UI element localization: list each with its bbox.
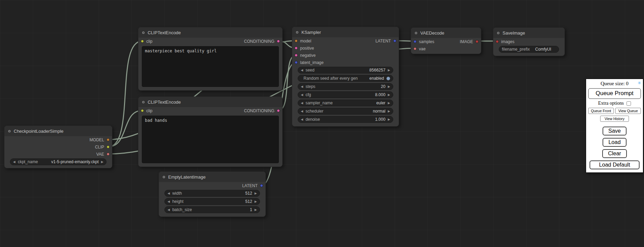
input-socket-negative[interactable] [295, 54, 298, 57]
widget-label: height [172, 199, 184, 204]
random-seed-toggle-widget[interactable]: Random seed after every gen enabled [298, 75, 393, 82]
widget-label: batch_size [172, 207, 192, 212]
widget-label: cfg [306, 92, 311, 97]
decrement-arrow-icon[interactable]: ◀ [301, 85, 303, 88]
node-clip-text-encode-negative[interactable]: CLIPTextEncode clip CONDITIONING bad han… [138, 96, 283, 167]
input-socket-latent-image[interactable] [295, 61, 298, 64]
decrement-arrow-icon[interactable]: ◀ [168, 200, 170, 203]
increment-arrow-icon[interactable]: ▶ [255, 192, 257, 195]
input-label-positive: positive [300, 46, 314, 51]
link-clip-to-positive-encode [108, 41, 142, 147]
queue-prompt-button[interactable]: Queue Prompt [588, 88, 641, 99]
collapse-dot-icon[interactable] [142, 31, 145, 34]
widget-value: v1-5-pruned-emaonly.ckpt [51, 159, 99, 164]
negative-prompt-textarea[interactable]: bad hands [142, 116, 279, 163]
widget-label: denoise [306, 117, 320, 122]
output-socket-clip[interactable] [107, 145, 110, 148]
node-empty-latent-image[interactable]: EmptyLatentImage LATENT ◀ width 512 ▶ ◀ … [159, 171, 266, 217]
widget-label: Random seed after every gen [304, 76, 358, 81]
node-title-bar[interactable]: EmptyLatentImage [159, 172, 265, 182]
ckpt-name-combo-widget[interactable]: ◀ ckpt_name v1-5-pruned-emaonly.ckpt ▶ [10, 158, 107, 165]
collapse-dot-icon[interactable] [163, 176, 165, 178]
denoise-widget[interactable]: ◀ denoise 1.000 ▶ [298, 116, 393, 123]
increment-arrow-icon[interactable]: ▶ [388, 110, 390, 113]
collapse-dot-icon[interactable] [296, 31, 298, 34]
node-title-bar[interactable]: SaveImage [493, 28, 565, 38]
input-label-images: images [501, 39, 515, 44]
clear-button[interactable]: Clear [602, 149, 627, 158]
view-queue-button[interactable]: View Queue [615, 108, 641, 114]
widget-value: 512 [245, 199, 252, 204]
node-title-bar[interactable]: KSampler [292, 27, 399, 37]
slot-row: model LATENT [292, 37, 399, 44]
node-title-bar[interactable]: CLIPTextEncode [138, 97, 282, 107]
input-socket-images[interactable] [496, 40, 499, 43]
load-default-button[interactable]: Load Default [590, 160, 640, 169]
output-socket-vae[interactable] [107, 153, 110, 156]
input-socket-clip[interactable] [141, 109, 144, 112]
input-socket-positive[interactable] [295, 47, 298, 50]
positive-prompt-textarea[interactable]: masterpiece best quality girl [142, 46, 279, 87]
input-socket-vae[interactable] [413, 47, 417, 50]
seed-widget[interactable]: ◀ seed 8566257 ▶ [298, 67, 393, 74]
filename-prefix-widget[interactable]: filename_prefix ComfyUI [499, 46, 559, 53]
output-socket-latent[interactable] [393, 39, 396, 42]
load-button[interactable]: Load [603, 138, 627, 147]
sampler-name-combo-widget[interactable]: ◀ sampler_name euler ▶ [298, 100, 393, 106]
output-socket-image[interactable] [475, 40, 479, 43]
slot-row: CLIP [4, 143, 112, 151]
node-checkpoint-loader-simple[interactable]: CheckpointLoaderSimple MODEL CLIP VAE ◀ … [4, 126, 112, 168]
output-socket-latent[interactable] [260, 184, 263, 187]
extra-options-checkbox[interactable] [627, 101, 631, 106]
view-history-button[interactable]: View History [600, 116, 629, 122]
width-widget[interactable]: ◀ width 512 ▶ [164, 190, 260, 197]
height-widget[interactable]: ◀ height 512 ▶ [164, 198, 260, 205]
input-socket-samples[interactable] [413, 40, 417, 43]
increment-arrow-icon[interactable]: ▶ [255, 200, 257, 203]
widget-value: 1 [250, 207, 252, 212]
save-button[interactable]: Save [603, 127, 627, 135]
increment-arrow-icon[interactable]: ▶ [388, 102, 390, 105]
node-ksampler[interactable]: KSampler model LATENT positive negative … [292, 27, 399, 127]
node-title-bar[interactable]: CLIPTextEncode [138, 27, 282, 38]
input-socket-clip[interactable] [141, 40, 144, 43]
increment-arrow-icon[interactable]: ▶ [388, 93, 390, 96]
decrement-arrow-icon[interactable]: ◀ [301, 110, 303, 113]
input-socket-model[interactable] [295, 39, 298, 42]
decrement-arrow-icon[interactable]: ◀ [301, 93, 303, 96]
output-socket-model[interactable] [107, 138, 110, 141]
node-vae-decode[interactable]: VAEDecode samples IMAGE vae [411, 27, 481, 54]
collapse-dot-icon[interactable] [8, 130, 11, 132]
input-label-samples: samples [419, 39, 434, 44]
node-clip-text-encode-positive[interactable]: CLIPTextEncode clip CONDITIONING masterp… [138, 27, 283, 91]
increment-arrow-icon[interactable]: ▶ [388, 85, 390, 88]
decrement-arrow-icon[interactable]: ◀ [168, 208, 170, 211]
queue-front-button[interactable]: Queue Front [588, 108, 614, 114]
widget-label: filename_prefix [502, 47, 530, 52]
output-socket-conditioning[interactable] [277, 40, 280, 43]
collapse-dot-icon[interactable] [142, 101, 145, 103]
output-socket-conditioning[interactable] [277, 109, 280, 112]
node-title: EmptyLatentImage [168, 174, 206, 180]
decrement-arrow-icon[interactable]: ◀ [301, 102, 303, 105]
decrement-arrow-icon[interactable]: ◀ [301, 69, 303, 72]
cfg-widget[interactable]: ◀ cfg 8.000 ▶ [298, 91, 393, 98]
node-title-bar[interactable]: VAEDecode [411, 28, 481, 38]
batch-size-widget[interactable]: ◀ batch_size 1 ▶ [164, 206, 260, 213]
settings-icon[interactable]: ✳ [637, 80, 641, 86]
increment-arrow-icon[interactable]: ▶ [101, 160, 103, 164]
decrement-arrow-icon[interactable]: ◀ [168, 192, 170, 195]
collapse-dot-icon[interactable] [497, 32, 499, 34]
node-title: SaveImage [503, 30, 525, 36]
steps-widget[interactable]: ◀ steps 20 ▶ [298, 83, 393, 90]
slot-row: negative [292, 52, 399, 59]
increment-arrow-icon[interactable]: ▶ [388, 69, 390, 72]
node-save-image[interactable]: SaveImage images filename_prefix ComfyUI [493, 27, 565, 56]
scheduler-combo-widget[interactable]: ◀ scheduler normal ▶ [298, 108, 393, 115]
decrement-arrow-icon[interactable]: ◀ [301, 118, 303, 121]
decrement-arrow-icon[interactable]: ◀ [13, 160, 15, 164]
increment-arrow-icon[interactable]: ▶ [388, 118, 390, 121]
increment-arrow-icon[interactable]: ▶ [255, 208, 257, 211]
node-title-bar[interactable]: CheckpointLoaderSimple [4, 126, 112, 136]
collapse-dot-icon[interactable] [415, 32, 417, 34]
